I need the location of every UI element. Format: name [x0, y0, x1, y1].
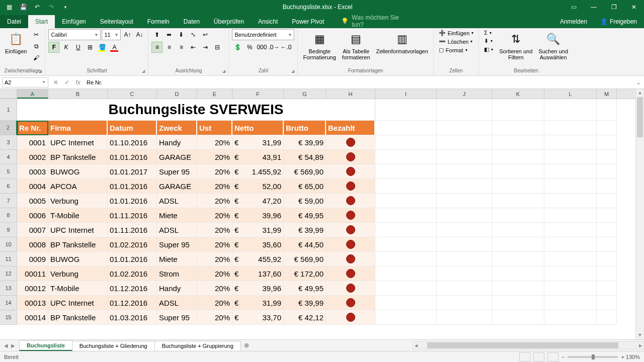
cell-zweck[interactable]: Strom — [157, 266, 197, 281]
cell[interactable] — [544, 99, 597, 121]
header-cell[interactable]: Netto — [232, 121, 284, 135]
header-cell[interactable]: Datum — [108, 121, 157, 135]
cell-zweck[interactable]: Miete — [157, 252, 197, 266]
col-header-a[interactable]: A — [17, 89, 48, 99]
cell[interactable] — [375, 223, 437, 237]
cell-brutto[interactable]: € 39,99 — [284, 296, 326, 310]
tab-page-layout[interactable]: Seitenlayout — [93, 15, 140, 28]
fill-color-button[interactable]: 🪣 — [97, 42, 108, 53]
orientation-button[interactable]: ⤡ — [188, 29, 199, 40]
header-cell[interactable]: Zweck — [157, 121, 197, 135]
number-format-combo[interactable]: Benutzerdefiniert▼ — [232, 29, 294, 40]
paste-button[interactable]: 📋 Einfügen — [3, 29, 29, 56]
tab-insert[interactable]: Einfügen — [55, 15, 93, 28]
cell[interactable] — [544, 194, 597, 208]
cell-bezahlt[interactable] — [326, 266, 375, 281]
header-cell[interactable]: Re Nr. — [17, 121, 48, 135]
scroll-down-button[interactable]: ▼ — [636, 331, 644, 339]
cell-brutto[interactable]: € 59,00 — [284, 194, 326, 208]
cell[interactable] — [492, 237, 544, 252]
cell[interactable] — [544, 310, 597, 325]
zoom-slider[interactable] — [568, 356, 618, 358]
row-header[interactable]: 1 — [0, 99, 17, 121]
zoom-out-button[interactable]: − — [561, 354, 565, 360]
scroll-thumb[interactable] — [637, 97, 643, 137]
cell-bezahlt[interactable] — [326, 150, 375, 164]
row-header[interactable]: 2 — [0, 121, 17, 135]
tab-powerpivot[interactable]: Power Pivot — [285, 15, 331, 28]
cell[interactable] — [437, 281, 492, 296]
italic-button[interactable]: K — [60, 42, 71, 53]
align-center-button[interactable]: ≡ — [164, 42, 175, 53]
cell-firma[interactable]: UPC Internet — [48, 223, 108, 237]
percent-format-button[interactable]: % — [244, 42, 255, 53]
cell[interactable] — [492, 252, 544, 266]
cell-id[interactable]: 0001 — [17, 135, 48, 150]
vertical-scrollbar[interactable]: ▲ ▼ — [635, 89, 644, 339]
sheet-tab[interactable]: Buchungsliste — [19, 340, 72, 351]
add-sheet-button[interactable]: ⊕ — [240, 342, 253, 349]
cell-datum[interactable]: 01.01.2017 — [108, 164, 157, 179]
cell-id[interactable]: 00013 — [17, 296, 48, 310]
cell-firma[interactable]: BP Tankstelle — [48, 150, 108, 164]
page-layout-view-button[interactable] — [533, 352, 544, 361]
decrease-font-button[interactable]: A↓ — [134, 29, 145, 40]
cell[interactable] — [437, 135, 492, 150]
cell-datum[interactable]: 01.11.2016 — [108, 208, 157, 223]
cell[interactable] — [437, 150, 492, 164]
cell[interactable] — [437, 121, 492, 135]
tab-formulas[interactable]: Formeln — [140, 15, 177, 28]
increase-indent-button[interactable]: ⇥ — [200, 42, 211, 53]
cell-bezahlt[interactable] — [326, 237, 375, 252]
close-button[interactable]: ✕ — [624, 0, 644, 14]
cell-datum[interactable]: 01.11.2016 — [108, 223, 157, 237]
cell-firma[interactable]: APCOA — [48, 179, 108, 194]
col-header-f[interactable]: F — [232, 89, 284, 99]
cell[interactable] — [375, 266, 437, 281]
row-header[interactable]: 4 — [0, 150, 17, 164]
cell[interactable] — [375, 237, 437, 252]
cell-ust[interactable]: 20% — [197, 281, 232, 296]
cell[interactable] — [492, 266, 544, 281]
cell[interactable] — [544, 150, 597, 164]
cell[interactable] — [597, 281, 617, 296]
cell[interactable] — [597, 150, 617, 164]
tab-review[interactable]: Überprüfen — [207, 15, 251, 28]
cell-brutto[interactable]: € 49,95 — [284, 281, 326, 296]
next-sheet-button[interactable]: ▶ — [11, 343, 15, 348]
cell[interactable] — [544, 266, 597, 281]
cell-id[interactable]: 00014 — [17, 310, 48, 325]
wrap-text-button[interactable]: ↩ — [200, 29, 211, 40]
cell[interactable] — [597, 237, 617, 252]
header-cell[interactable]: Firma — [48, 121, 108, 135]
format-painter-button[interactable]: 🖌 — [31, 52, 42, 63]
cell[interactable] — [437, 223, 492, 237]
cell[interactable] — [437, 179, 492, 194]
tell-me-search[interactable]: 💡 Was möchten Sie tun? — [331, 14, 405, 28]
cell[interactable] — [375, 296, 437, 310]
autosum-button[interactable]: Σ▾ — [482, 29, 495, 36]
cell-datum[interactable]: 01.02.2016 — [108, 237, 157, 252]
cell-bezahlt[interactable] — [326, 223, 375, 237]
cell[interactable] — [437, 237, 492, 252]
prev-sheet-button[interactable]: ◀ — [4, 343, 8, 348]
cell-datum[interactable]: 01.12.2016 — [108, 296, 157, 310]
cell[interactable] — [544, 121, 597, 135]
cell[interactable] — [437, 99, 492, 121]
cell-zweck[interactable]: Handy — [157, 135, 197, 150]
expand-formula-bar[interactable]: ⌄ — [633, 79, 644, 86]
merge-button[interactable]: ⊟ — [212, 42, 223, 53]
cell-firma[interactable]: BUWOG — [48, 252, 108, 266]
cell[interactable] — [437, 208, 492, 223]
cell-netto[interactable]: €39,96 — [232, 208, 284, 223]
accounting-format-button[interactable]: 💲 — [232, 42, 243, 53]
header-cell[interactable]: Brutto — [284, 121, 326, 135]
align-bottom-button[interactable]: ⬇ — [176, 29, 187, 40]
cell[interactable] — [492, 179, 544, 194]
cell-ust[interactable]: 20% — [197, 164, 232, 179]
cell-netto[interactable]: €35,60 — [232, 237, 284, 252]
cell-datum[interactable]: 01.10.2016 — [108, 135, 157, 150]
cell-id[interactable]: 0003 — [17, 164, 48, 179]
zoom-in-button[interactable]: + 130% — [621, 354, 640, 360]
font-size-combo[interactable]: 11▼ — [102, 29, 121, 40]
